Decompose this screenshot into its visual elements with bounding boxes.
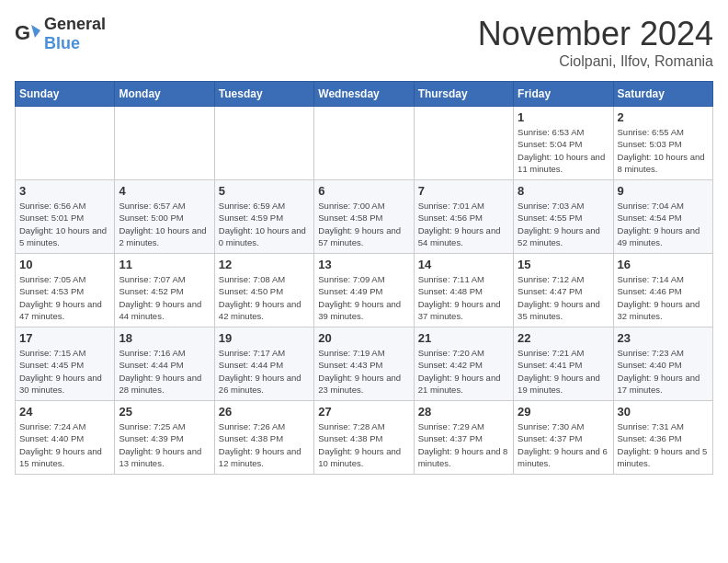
calendar-cell: 20Sunrise: 7:19 AMSunset: 4:43 PMDayligh… <box>314 327 414 401</box>
calendar-cell: 29Sunrise: 7:30 AMSunset: 4:37 PMDayligh… <box>514 401 613 475</box>
day-info: Sunrise: 7:05 AMSunset: 4:53 PMDaylight:… <box>19 273 110 322</box>
calendar-cell: 1Sunrise: 6:53 AMSunset: 5:04 PMDaylight… <box>514 107 613 180</box>
day-number: 25 <box>119 405 210 419</box>
calendar-cell: 10Sunrise: 7:05 AMSunset: 4:53 PMDayligh… <box>16 254 115 327</box>
title-block: November 2024 Ciolpani, Ilfov, Romania <box>478 15 713 70</box>
day-info: Sunrise: 7:07 AMSunset: 4:52 PMDaylight:… <box>119 273 210 322</box>
calendar-cell: 25Sunrise: 7:25 AMSunset: 4:39 PMDayligh… <box>115 401 214 475</box>
calendar-cell: 14Sunrise: 7:11 AMSunset: 4:48 PMDayligh… <box>414 254 513 327</box>
calendar-cell: 17Sunrise: 7:15 AMSunset: 4:45 PMDayligh… <box>16 327 115 401</box>
day-number: 24 <box>19 405 110 419</box>
location: Ciolpani, Ilfov, Romania <box>478 53 713 70</box>
day-number: 29 <box>518 405 609 419</box>
day-number: 27 <box>318 405 409 419</box>
day-info: Sunrise: 7:24 AMSunset: 4:40 PMDaylight:… <box>19 420 110 469</box>
day-info: Sunrise: 7:12 AMSunset: 4:47 PMDaylight:… <box>518 273 609 322</box>
calendar-cell: 30Sunrise: 7:31 AMSunset: 4:36 PMDayligh… <box>613 401 712 475</box>
day-info: Sunrise: 7:08 AMSunset: 4:50 PMDaylight:… <box>219 273 310 322</box>
calendar-cell: 18Sunrise: 7:16 AMSunset: 4:44 PMDayligh… <box>115 327 214 401</box>
svg-marker-1 <box>31 25 40 38</box>
logo: G General Blue <box>15 15 106 53</box>
calendar-cell: 24Sunrise: 7:24 AMSunset: 4:40 PMDayligh… <box>16 401 115 475</box>
day-info: Sunrise: 7:16 AMSunset: 4:44 PMDaylight:… <box>119 347 210 396</box>
day-number: 19 <box>219 331 310 345</box>
month-title: November 2024 <box>478 15 713 53</box>
logo-blue: Blue <box>44 34 80 52</box>
day-number: 14 <box>418 258 509 271</box>
calendar-week-row: 10Sunrise: 7:05 AMSunset: 4:53 PMDayligh… <box>16 254 713 327</box>
day-number: 12 <box>219 258 310 271</box>
day-info: Sunrise: 7:19 AMSunset: 4:43 PMDaylight:… <box>318 347 409 396</box>
calendar-cell: 8Sunrise: 7:03 AMSunset: 4:55 PMDaylight… <box>514 180 613 254</box>
calendar-cell <box>414 107 513 180</box>
day-info: Sunrise: 7:20 AMSunset: 4:42 PMDaylight:… <box>418 347 509 396</box>
day-info: Sunrise: 7:01 AMSunset: 4:56 PMDaylight:… <box>418 200 509 248</box>
calendar-cell <box>314 107 414 180</box>
calendar-header: SundayMondayTuesdayWednesdayThursdayFrid… <box>16 82 713 107</box>
calendar-week-row: 17Sunrise: 7:15 AMSunset: 4:45 PMDayligh… <box>16 327 713 401</box>
day-info: Sunrise: 7:28 AMSunset: 4:38 PMDaylight:… <box>318 420 409 469</box>
day-info: Sunrise: 7:17 AMSunset: 4:44 PMDaylight:… <box>219 347 310 396</box>
calendar-cell: 9Sunrise: 7:04 AMSunset: 4:54 PMDaylight… <box>613 180 712 254</box>
day-number: 7 <box>418 184 509 198</box>
day-info: Sunrise: 7:29 AMSunset: 4:37 PMDaylight:… <box>418 420 509 469</box>
day-info: Sunrise: 6:55 AMSunset: 5:03 PMDaylight:… <box>618 126 709 175</box>
day-number: 6 <box>318 184 409 198</box>
day-info: Sunrise: 7:25 AMSunset: 4:39 PMDaylight:… <box>119 420 210 469</box>
day-info: Sunrise: 7:04 AMSunset: 4:54 PMDaylight:… <box>618 200 709 248</box>
day-info: Sunrise: 6:59 AMSunset: 4:59 PMDaylight:… <box>219 200 310 248</box>
day-number: 2 <box>618 110 709 124</box>
calendar-cell <box>115 107 214 180</box>
day-info: Sunrise: 7:11 AMSunset: 4:48 PMDaylight:… <box>418 273 509 322</box>
weekday-header: Sunday <box>16 82 115 107</box>
calendar-cell <box>16 107 115 180</box>
day-number: 8 <box>518 184 609 198</box>
day-number: 17 <box>19 331 110 345</box>
day-info: Sunrise: 7:15 AMSunset: 4:45 PMDaylight:… <box>19 347 110 396</box>
day-info: Sunrise: 7:21 AMSunset: 4:41 PMDaylight:… <box>518 347 609 396</box>
calendar-cell: 11Sunrise: 7:07 AMSunset: 4:52 PMDayligh… <box>115 254 214 327</box>
calendar-cell: 19Sunrise: 7:17 AMSunset: 4:44 PMDayligh… <box>214 327 313 401</box>
calendar-week-row: 1Sunrise: 6:53 AMSunset: 5:04 PMDaylight… <box>16 107 713 180</box>
logo-icon: G <box>15 21 40 47</box>
weekday-header: Wednesday <box>314 82 414 107</box>
day-info: Sunrise: 7:31 AMSunset: 4:36 PMDaylight:… <box>618 420 709 469</box>
calendar-cell: 7Sunrise: 7:01 AMSunset: 4:56 PMDaylight… <box>414 180 513 254</box>
calendar-cell: 16Sunrise: 7:14 AMSunset: 4:46 PMDayligh… <box>613 254 712 327</box>
calendar-cell: 3Sunrise: 6:56 AMSunset: 5:01 PMDaylight… <box>16 180 115 254</box>
weekday-header: Tuesday <box>214 82 313 107</box>
day-info: Sunrise: 6:56 AMSunset: 5:01 PMDaylight:… <box>19 200 110 248</box>
day-number: 23 <box>618 331 709 345</box>
calendar-cell: 12Sunrise: 7:08 AMSunset: 4:50 PMDayligh… <box>214 254 313 327</box>
svg-text:G: G <box>15 21 30 44</box>
calendar-cell: 23Sunrise: 7:23 AMSunset: 4:40 PMDayligh… <box>613 327 712 401</box>
calendar-cell: 15Sunrise: 7:12 AMSunset: 4:47 PMDayligh… <box>514 254 613 327</box>
day-info: Sunrise: 7:23 AMSunset: 4:40 PMDaylight:… <box>618 347 709 396</box>
day-number: 22 <box>518 331 609 345</box>
calendar-cell: 4Sunrise: 6:57 AMSunset: 5:00 PMDaylight… <box>115 180 214 254</box>
calendar-cell <box>214 107 313 180</box>
calendar-cell: 28Sunrise: 7:29 AMSunset: 4:37 PMDayligh… <box>414 401 513 475</box>
day-info: Sunrise: 7:09 AMSunset: 4:49 PMDaylight:… <box>318 273 409 322</box>
day-number: 4 <box>119 184 210 198</box>
weekday-header: Friday <box>514 82 613 107</box>
day-number: 30 <box>618 405 709 419</box>
logo-general: General <box>44 15 106 33</box>
calendar-week-row: 24Sunrise: 7:24 AMSunset: 4:40 PMDayligh… <box>16 401 713 475</box>
weekday-header: Monday <box>115 82 214 107</box>
day-info: Sunrise: 6:53 AMSunset: 5:04 PMDaylight:… <box>518 126 609 175</box>
calendar-cell: 6Sunrise: 7:00 AMSunset: 4:58 PMDaylight… <box>314 180 414 254</box>
calendar-cell: 5Sunrise: 6:59 AMSunset: 4:59 PMDaylight… <box>214 180 313 254</box>
day-info: Sunrise: 6:57 AMSunset: 5:00 PMDaylight:… <box>119 200 210 248</box>
day-number: 26 <box>219 405 310 419</box>
day-number: 9 <box>618 184 709 198</box>
day-number: 20 <box>318 331 409 345</box>
weekday-header: Thursday <box>414 82 513 107</box>
calendar-cell: 2Sunrise: 6:55 AMSunset: 5:03 PMDaylight… <box>613 107 712 180</box>
day-number: 16 <box>618 258 709 271</box>
day-info: Sunrise: 7:30 AMSunset: 4:37 PMDaylight:… <box>518 420 609 469</box>
day-info: Sunrise: 7:26 AMSunset: 4:38 PMDaylight:… <box>219 420 310 469</box>
day-info: Sunrise: 7:03 AMSunset: 4:55 PMDaylight:… <box>518 200 609 248</box>
day-number: 11 <box>119 258 210 271</box>
day-info: Sunrise: 7:00 AMSunset: 4:58 PMDaylight:… <box>318 200 409 248</box>
